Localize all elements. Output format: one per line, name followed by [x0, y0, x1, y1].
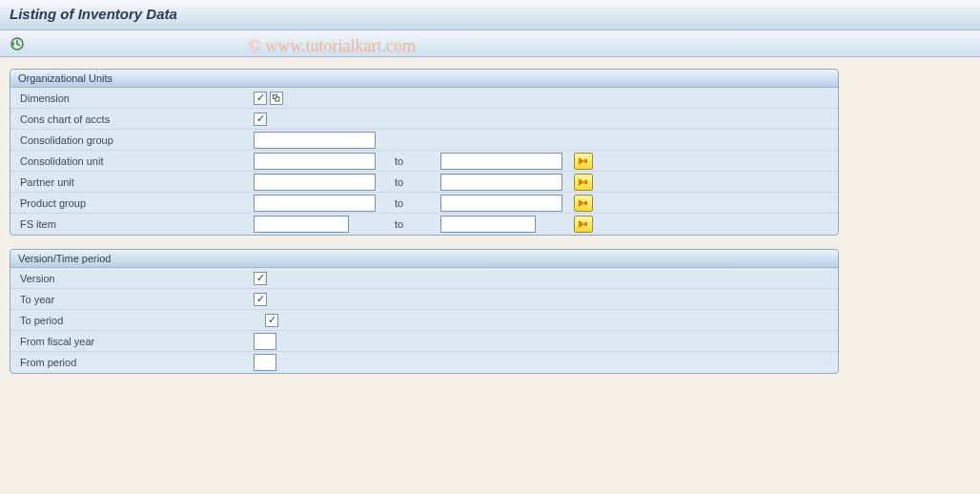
- row-from-period: From period: [10, 352, 838, 373]
- from-fiscal-year-input[interactable]: [254, 333, 276, 350]
- toolbar: [0, 31, 980, 57]
- from-period-input[interactable]: [254, 354, 276, 371]
- partner-unit-to-input[interactable]: [440, 174, 562, 191]
- to-label: to: [395, 197, 429, 209]
- row-partner-unit: Partner unit to: [10, 172, 838, 193]
- content-area: Organizational Units Dimension Cons char…: [0, 57, 980, 399]
- row-dimension: Dimension: [10, 88, 838, 109]
- product-group-to-input[interactable]: [440, 195, 562, 212]
- svg-rect-4: [584, 180, 587, 184]
- label-from-fiscal-year: From fiscal year: [20, 336, 254, 347]
- row-from-fiscal-year: From fiscal year: [10, 331, 838, 352]
- label-version: Version: [20, 273, 254, 284]
- label-product-group: Product group: [20, 197, 254, 209]
- product-group-multiselect-button[interactable]: [574, 195, 593, 212]
- label-cons-unit: Consolidation unit: [20, 155, 254, 167]
- row-version: Version: [10, 268, 838, 289]
- svg-rect-5: [584, 201, 587, 205]
- to-label: to: [395, 218, 429, 230]
- fs-item-to-input[interactable]: [440, 216, 536, 233]
- label-fs-item: FS item: [20, 218, 254, 230]
- label-to-year: To year: [20, 294, 254, 305]
- fs-item-multiselect-button[interactable]: [574, 216, 593, 233]
- row-to-period: To period: [10, 310, 838, 331]
- row-cons-chart: Cons chart of accts: [10, 109, 838, 130]
- title-bar: Listing of Inventory Data: [0, 0, 980, 31]
- partner-unit-multiselect-button[interactable]: [574, 174, 593, 191]
- to-label: to: [395, 176, 429, 188]
- to-period-checkbox[interactable]: [265, 314, 278, 327]
- label-partner-unit: Partner unit: [20, 176, 254, 188]
- cons-unit-to-input[interactable]: [440, 153, 562, 170]
- dimension-checkbox[interactable]: [254, 92, 267, 105]
- group-organizational-units: Organizational Units Dimension Cons char…: [10, 69, 839, 236]
- row-cons-group: Consolidation group: [10, 130, 838, 151]
- version-checkbox[interactable]: [254, 272, 267, 285]
- group-version-time-period: Version/Time period Version To year To p…: [10, 249, 839, 374]
- page-title: Listing of Inventory Data: [10, 6, 177, 22]
- svg-rect-2: [276, 97, 279, 101]
- row-to-year: To year: [10, 289, 838, 310]
- label-from-period: From period: [20, 357, 254, 368]
- execute-button[interactable]: [10, 36, 25, 51]
- to-year-checkbox[interactable]: [254, 293, 267, 306]
- svg-rect-3: [584, 159, 587, 163]
- svg-rect-6: [584, 222, 587, 226]
- fs-item-from-input[interactable]: [254, 216, 349, 233]
- partner-unit-from-input[interactable]: [254, 174, 376, 191]
- label-to-period: To period: [20, 315, 254, 326]
- label-cons-chart: Cons chart of accts: [20, 113, 254, 125]
- label-cons-group: Consolidation group: [20, 134, 254, 146]
- product-group-from-input[interactable]: [254, 195, 376, 212]
- cons-unit-multiselect-button[interactable]: [574, 153, 593, 170]
- cons-group-input[interactable]: [254, 132, 376, 149]
- group-header: Organizational Units: [10, 70, 838, 88]
- cons-chart-checkbox[interactable]: [254, 113, 267, 126]
- cons-unit-from-input[interactable]: [254, 153, 376, 170]
- dimension-f4-icon[interactable]: [270, 92, 283, 105]
- label-dimension: Dimension: [20, 93, 254, 104]
- to-label: to: [395, 155, 429, 167]
- row-fs-item: FS item to: [10, 214, 838, 235]
- group-header: Version/Time period: [10, 250, 838, 268]
- row-product-group: Product group to: [10, 193, 838, 214]
- row-cons-unit: Consolidation unit to: [10, 151, 838, 172]
